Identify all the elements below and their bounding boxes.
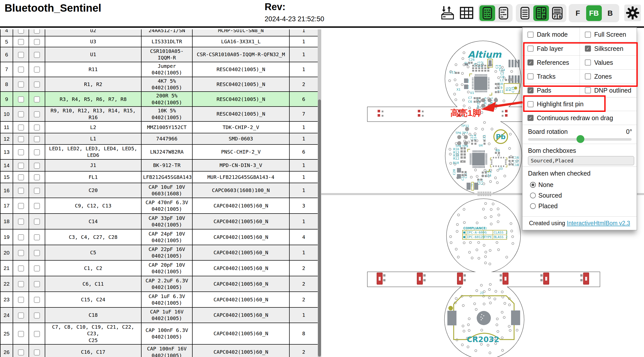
references-cell[interactable]: C14 [45, 214, 141, 229]
quantity-cell[interactable]: 1 [289, 183, 318, 198]
placed-checkbox[interactable] [34, 29, 40, 34]
bom-scrollbar[interactable] [318, 29, 321, 357]
footprint-cell[interactable]: CAPC0402(1005)60_N [192, 276, 289, 292]
quantity-cell[interactable]: 1 [289, 29, 318, 36]
quantity-cell[interactable]: 1 [289, 171, 318, 183]
value-cell[interactable]: CAP 2.2uF 6.3V 0402(1005) [141, 276, 192, 292]
references-cell[interactable]: C7, C8, C10, C19, C21, C22, C23, C25 [45, 323, 141, 344]
sourced-checkbox[interactable] [18, 188, 24, 194]
placed-checkbox[interactable] [34, 81, 40, 88]
zones-checkbox[interactable] [585, 73, 591, 79]
value-cell[interactable]: CAP 22pF 16V 0402(1005) [141, 245, 192, 260]
footprint-cell[interactable]: MUR-LFB212G45SG8A143-4 [192, 171, 289, 183]
value-cell[interactable]: CAP 100nF 16V 0402(1005) [141, 344, 192, 357]
footprint-cell[interactable]: MCHP-SOIC-SN8_N [192, 29, 289, 36]
placed-checkbox[interactable] [34, 281, 40, 287]
value-cell[interactable]: MMZ1005Y152CT [141, 121, 192, 133]
highlight-first-pin-checkbox[interactable] [527, 101, 534, 107]
quantity-cell[interactable]: 2 [289, 77, 318, 92]
placed-checkbox[interactable] [34, 39, 40, 45]
dark-mode-checkbox[interactable] [527, 32, 534, 38]
table-row[interactable]: 22C6, C11CAP 2.2uF 6.3V 0402(1005)CAPC04… [0, 276, 318, 292]
quantity-cell[interactable]: 1 [289, 159, 318, 171]
table-row[interactable]: 25C7, C8, C10, C19, C21, C22, C23, C25CA… [0, 323, 318, 344]
footprint-cell[interactable]: RESC0402(1005)_N [192, 62, 289, 77]
table-row[interactable]: 4U224AA512-I/SNMCHP-SOIC-SN8_N1 [0, 29, 318, 36]
placed-checkbox[interactable] [34, 136, 40, 142]
value-cell[interactable]: 10K 5% 0402(1005) [141, 107, 192, 121]
footprint-cell[interactable]: CAPC0402(1005)60_N [192, 307, 289, 323]
quantity-cell[interactable]: 1 [289, 62, 318, 77]
placed-checkbox[interactable] [34, 312, 40, 319]
references-cell[interactable]: C20 [45, 183, 141, 198]
footprint-cell[interactable]: TDK-CHIP-2_V [192, 121, 289, 133]
fab-layer-checkbox[interactable] [527, 46, 534, 52]
references-cell[interactable]: LED1, LED2, LED3, LED4, LED5, LED6 [45, 144, 141, 159]
footprint-cell[interactable]: LGA16-3X3X1_L [192, 36, 289, 47]
references-cell[interactable]: C9, C12, C13 [45, 198, 141, 214]
bom-checkboxes-input[interactable] [528, 156, 634, 165]
placed-checkbox[interactable] [34, 331, 40, 337]
footprint-cell[interactable]: SMD-0603 [192, 133, 289, 144]
placed-checkbox[interactable] [34, 188, 40, 194]
bom-ungrouped-button[interactable] [496, 5, 511, 21]
footprint-cell[interactable]: RESC0402(1005)_N [192, 92, 289, 107]
value-cell[interactable]: CAP 24pF 10V 0402(1005) [141, 229, 192, 245]
references-cell[interactable]: FL1 [45, 171, 141, 183]
sourced-checkbox[interactable] [18, 67, 24, 73]
value-cell[interactable]: 4K7 5% 0402(1005) [141, 77, 192, 92]
quantity-cell[interactable]: 2 [289, 260, 318, 276]
table-row[interactable]: 11L2MMZ1005Y152CTTDK-CHIP-2_V1 [0, 121, 318, 133]
sourced-checkbox[interactable] [18, 149, 24, 155]
sourced-checkbox[interactable] [18, 81, 24, 88]
table-row[interactable]: 23C15, C24CAP 1uF 6.3V 0402(1005)CAPC040… [0, 292, 318, 307]
sourced-checkbox[interactable] [18, 312, 24, 319]
table-row[interactable]: 26C16, C17CAP 100nF 16V 0402(1005)CAPC04… [0, 344, 318, 357]
footprint-cell[interactable]: CAPC0402(1005)60_N [192, 198, 289, 214]
sourced-checkbox[interactable] [18, 174, 24, 180]
darken-sourced-radio[interactable] [530, 193, 536, 198]
layer-back-button[interactable]: B [602, 5, 618, 21]
footprint-cell[interactable]: CAPC0402(1005)60_N [192, 323, 289, 344]
sourced-checkbox[interactable] [18, 281, 24, 287]
table-row[interactable]: 16C20CAP 10uF 10V 0603(1608)CAPC0603(160… [0, 183, 318, 198]
table-row[interactable]: 13LED1, LED2, LED3, LED4, LED5, LED6LNJ2… [0, 144, 318, 159]
value-cell[interactable]: BK-912-TR [141, 159, 192, 171]
footprint-cell[interactable]: RESC0402(1005)_N [192, 107, 289, 121]
placed-checkbox[interactable] [34, 67, 40, 73]
board-rotation-slider-thumb[interactable] [577, 135, 584, 143]
footprint-cell[interactable]: CSR-CSR1010A05-IQQM-R-QFN32_M [192, 47, 289, 62]
footprint-cell[interactable]: CAPC0402(1005)60_N [192, 214, 289, 229]
footprint-cell[interactable]: CAPC0402(1005)60_N [192, 229, 289, 245]
value-cell[interactable]: CSR1010A05-IQQM-R [141, 47, 192, 62]
quantity-cell[interactable]: 1 [289, 36, 318, 47]
references-cell[interactable]: C15, C24 [45, 292, 141, 307]
references-checkbox[interactable]: ✓ [527, 59, 534, 66]
darken-none-radio[interactable] [530, 182, 536, 188]
layout-bom-only-button[interactable] [517, 5, 533, 21]
references-cell[interactable]: C16, C17 [45, 344, 141, 357]
table-row[interactable]: 20C5CAP 22pF 16V 0402(1005)CAPC0402(1005… [0, 245, 318, 260]
layer-front-button[interactable]: F [570, 5, 586, 21]
value-cell[interactable]: CAP 1uF 16V 0402(1005) [141, 307, 192, 323]
references-cell[interactable]: L2 [45, 121, 141, 133]
placed-checkbox[interactable] [34, 149, 40, 155]
quantity-cell[interactable]: 6 [289, 144, 318, 159]
references-cell[interactable]: U1 [45, 47, 141, 62]
references-cell[interactable]: U2 [45, 29, 141, 36]
placed-checkbox[interactable] [34, 250, 40, 256]
layer-front-back-button[interactable]: FB [586, 5, 602, 21]
sourced-checkbox[interactable] [18, 111, 24, 117]
darken-placed-radio[interactable] [530, 203, 536, 209]
dnp-outlined-checkbox[interactable] [585, 87, 591, 93]
table-row[interactable]: 15FL1LFB212G45SG8A143MUR-LFB212G45SG8A14… [0, 171, 318, 183]
references-cell[interactable]: C18 [45, 307, 141, 323]
sourced-checkbox[interactable] [18, 136, 24, 142]
references-cell[interactable]: C5 [45, 245, 141, 260]
sourced-checkbox[interactable] [18, 250, 24, 256]
quantity-cell[interactable]: 2 [289, 292, 318, 307]
value-cell[interactable]: 200R 5% 0402(1005) [141, 92, 192, 107]
quantity-cell[interactable]: 1 [289, 133, 318, 144]
placed-checkbox[interactable] [34, 203, 40, 209]
references-cell[interactable]: R9, R10, R12, R13, R14, R15, R16 [45, 107, 141, 121]
